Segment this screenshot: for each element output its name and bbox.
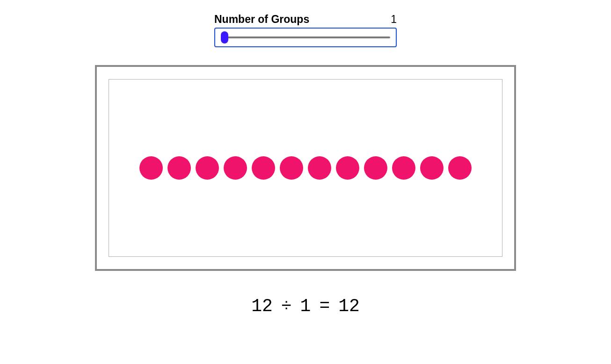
groups-slider[interactable]	[214, 28, 397, 47]
equals-icon: =	[319, 296, 330, 316]
dot	[364, 156, 387, 180]
dot	[167, 156, 191, 180]
app-root: Number of Groups 1 12 ÷ 1 = 12	[0, 0, 611, 316]
dot	[139, 156, 163, 180]
slider-track	[225, 36, 390, 38]
dot	[420, 156, 444, 180]
dot	[448, 156, 472, 180]
dot	[196, 156, 219, 180]
dot	[392, 156, 415, 180]
slider-thumb[interactable]	[221, 31, 228, 44]
equation-dividend: 12	[251, 296, 273, 316]
dot	[224, 156, 247, 180]
equation: 12 ÷ 1 = 12	[251, 296, 360, 316]
equation-quotient: 12	[338, 296, 360, 316]
divide-icon: ÷	[281, 296, 292, 316]
dot	[308, 156, 331, 180]
dot	[280, 156, 303, 180]
group-box	[109, 79, 502, 257]
dot	[336, 156, 359, 180]
equation-divisor: 1	[300, 296, 311, 316]
slider-header: Number of Groups 1	[214, 13, 397, 26]
dot	[252, 156, 275, 180]
slider-value: 1	[391, 13, 397, 26]
canvas-outer	[95, 65, 516, 271]
slider-label: Number of Groups	[214, 13, 309, 26]
